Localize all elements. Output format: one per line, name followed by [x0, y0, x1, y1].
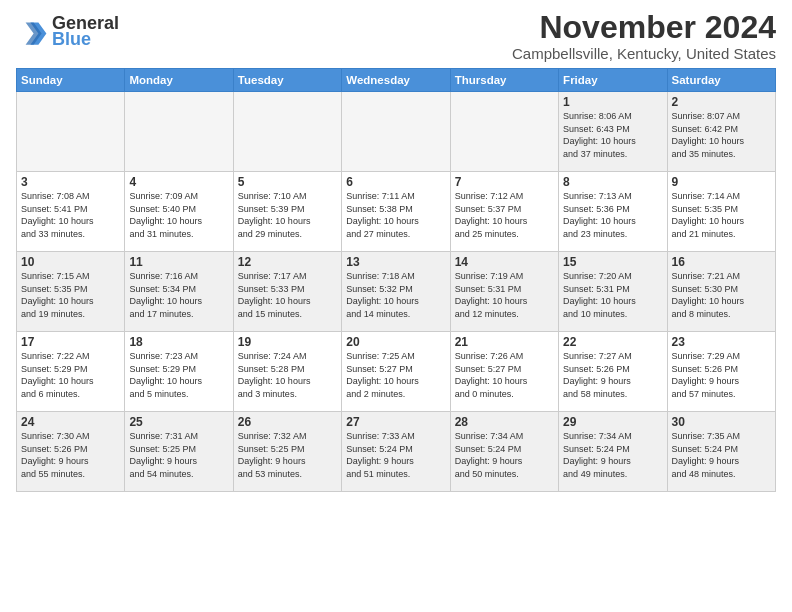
calendar-cell: 26Sunrise: 7:32 AM Sunset: 5:25 PM Dayli…	[233, 412, 341, 492]
day-number: 21	[455, 335, 554, 349]
day-number: 19	[238, 335, 337, 349]
calendar-cell: 19Sunrise: 7:24 AM Sunset: 5:28 PM Dayli…	[233, 332, 341, 412]
day-info: Sunrise: 7:34 AM Sunset: 5:24 PM Dayligh…	[455, 430, 554, 480]
day-number: 14	[455, 255, 554, 269]
calendar-cell: 10Sunrise: 7:15 AM Sunset: 5:35 PM Dayli…	[17, 252, 125, 332]
day-info: Sunrise: 8:07 AM Sunset: 6:42 PM Dayligh…	[672, 110, 771, 160]
day-info: Sunrise: 7:15 AM Sunset: 5:35 PM Dayligh…	[21, 270, 120, 320]
calendar-week-row: 1Sunrise: 8:06 AM Sunset: 6:43 PM Daylig…	[17, 92, 776, 172]
day-number: 26	[238, 415, 337, 429]
day-number: 17	[21, 335, 120, 349]
day-number: 10	[21, 255, 120, 269]
calendar-cell: 17Sunrise: 7:22 AM Sunset: 5:29 PM Dayli…	[17, 332, 125, 412]
day-info: Sunrise: 7:10 AM Sunset: 5:39 PM Dayligh…	[238, 190, 337, 240]
calendar-cell	[342, 92, 450, 172]
calendar-cell: 30Sunrise: 7:35 AM Sunset: 5:24 PM Dayli…	[667, 412, 775, 492]
col-header-wednesday: Wednesday	[342, 69, 450, 92]
day-number: 4	[129, 175, 228, 189]
title-block: November 2024 Campbellsville, Kentucky, …	[512, 10, 776, 62]
header: General Blue November 2024 Campbellsvill…	[16, 10, 776, 62]
day-number: 11	[129, 255, 228, 269]
day-info: Sunrise: 7:25 AM Sunset: 5:27 PM Dayligh…	[346, 350, 445, 400]
calendar-cell: 8Sunrise: 7:13 AM Sunset: 5:36 PM Daylig…	[559, 172, 667, 252]
day-info: Sunrise: 7:11 AM Sunset: 5:38 PM Dayligh…	[346, 190, 445, 240]
calendar-cell: 7Sunrise: 7:12 AM Sunset: 5:37 PM Daylig…	[450, 172, 558, 252]
page: General Blue November 2024 Campbellsvill…	[0, 0, 792, 502]
day-info: Sunrise: 7:30 AM Sunset: 5:26 PM Dayligh…	[21, 430, 120, 480]
calendar-header-row: SundayMondayTuesdayWednesdayThursdayFrid…	[17, 69, 776, 92]
calendar-cell	[450, 92, 558, 172]
day-info: Sunrise: 7:23 AM Sunset: 5:29 PM Dayligh…	[129, 350, 228, 400]
calendar-cell: 27Sunrise: 7:33 AM Sunset: 5:24 PM Dayli…	[342, 412, 450, 492]
calendar-week-row: 17Sunrise: 7:22 AM Sunset: 5:29 PM Dayli…	[17, 332, 776, 412]
day-info: Sunrise: 7:19 AM Sunset: 5:31 PM Dayligh…	[455, 270, 554, 320]
calendar-cell: 4Sunrise: 7:09 AM Sunset: 5:40 PM Daylig…	[125, 172, 233, 252]
calendar-cell: 1Sunrise: 8:06 AM Sunset: 6:43 PM Daylig…	[559, 92, 667, 172]
calendar-cell: 6Sunrise: 7:11 AM Sunset: 5:38 PM Daylig…	[342, 172, 450, 252]
calendar-cell	[233, 92, 341, 172]
calendar-table: SundayMondayTuesdayWednesdayThursdayFrid…	[16, 68, 776, 492]
col-header-saturday: Saturday	[667, 69, 775, 92]
day-number: 12	[238, 255, 337, 269]
day-number: 29	[563, 415, 662, 429]
day-info: Sunrise: 7:14 AM Sunset: 5:35 PM Dayligh…	[672, 190, 771, 240]
day-info: Sunrise: 7:17 AM Sunset: 5:33 PM Dayligh…	[238, 270, 337, 320]
calendar-cell: 28Sunrise: 7:34 AM Sunset: 5:24 PM Dayli…	[450, 412, 558, 492]
col-header-monday: Monday	[125, 69, 233, 92]
calendar-cell: 13Sunrise: 7:18 AM Sunset: 5:32 PM Dayli…	[342, 252, 450, 332]
calendar-cell: 18Sunrise: 7:23 AM Sunset: 5:29 PM Dayli…	[125, 332, 233, 412]
day-info: Sunrise: 7:27 AM Sunset: 5:26 PM Dayligh…	[563, 350, 662, 400]
calendar-week-row: 3Sunrise: 7:08 AM Sunset: 5:41 PM Daylig…	[17, 172, 776, 252]
day-number: 3	[21, 175, 120, 189]
day-info: Sunrise: 7:22 AM Sunset: 5:29 PM Dayligh…	[21, 350, 120, 400]
day-number: 30	[672, 415, 771, 429]
day-number: 5	[238, 175, 337, 189]
day-number: 28	[455, 415, 554, 429]
day-number: 24	[21, 415, 120, 429]
calendar-cell: 9Sunrise: 7:14 AM Sunset: 5:35 PM Daylig…	[667, 172, 775, 252]
day-info: Sunrise: 7:29 AM Sunset: 5:26 PM Dayligh…	[672, 350, 771, 400]
day-number: 2	[672, 95, 771, 109]
day-info: Sunrise: 7:34 AM Sunset: 5:24 PM Dayligh…	[563, 430, 662, 480]
day-number: 8	[563, 175, 662, 189]
calendar-cell	[17, 92, 125, 172]
col-header-sunday: Sunday	[17, 69, 125, 92]
day-info: Sunrise: 7:13 AM Sunset: 5:36 PM Dayligh…	[563, 190, 662, 240]
day-number: 7	[455, 175, 554, 189]
calendar-cell: 20Sunrise: 7:25 AM Sunset: 5:27 PM Dayli…	[342, 332, 450, 412]
location-title: Campbellsville, Kentucky, United States	[512, 45, 776, 62]
logo-text: General Blue	[52, 14, 119, 50]
day-info: Sunrise: 8:06 AM Sunset: 6:43 PM Dayligh…	[563, 110, 662, 160]
day-number: 9	[672, 175, 771, 189]
day-number: 23	[672, 335, 771, 349]
day-number: 20	[346, 335, 445, 349]
day-info: Sunrise: 7:26 AM Sunset: 5:27 PM Dayligh…	[455, 350, 554, 400]
day-info: Sunrise: 7:31 AM Sunset: 5:25 PM Dayligh…	[129, 430, 228, 480]
day-info: Sunrise: 7:32 AM Sunset: 5:25 PM Dayligh…	[238, 430, 337, 480]
day-number: 13	[346, 255, 445, 269]
calendar-cell: 11Sunrise: 7:16 AM Sunset: 5:34 PM Dayli…	[125, 252, 233, 332]
calendar-cell: 24Sunrise: 7:30 AM Sunset: 5:26 PM Dayli…	[17, 412, 125, 492]
calendar-week-row: 10Sunrise: 7:15 AM Sunset: 5:35 PM Dayli…	[17, 252, 776, 332]
calendar-cell	[125, 92, 233, 172]
calendar-cell: 12Sunrise: 7:17 AM Sunset: 5:33 PM Dayli…	[233, 252, 341, 332]
day-info: Sunrise: 7:20 AM Sunset: 5:31 PM Dayligh…	[563, 270, 662, 320]
day-info: Sunrise: 7:18 AM Sunset: 5:32 PM Dayligh…	[346, 270, 445, 320]
calendar-cell: 5Sunrise: 7:10 AM Sunset: 5:39 PM Daylig…	[233, 172, 341, 252]
calendar-cell: 23Sunrise: 7:29 AM Sunset: 5:26 PM Dayli…	[667, 332, 775, 412]
day-info: Sunrise: 7:12 AM Sunset: 5:37 PM Dayligh…	[455, 190, 554, 240]
day-number: 22	[563, 335, 662, 349]
calendar-week-row: 24Sunrise: 7:30 AM Sunset: 5:26 PM Dayli…	[17, 412, 776, 492]
calendar-cell: 15Sunrise: 7:20 AM Sunset: 5:31 PM Dayli…	[559, 252, 667, 332]
calendar-cell: 16Sunrise: 7:21 AM Sunset: 5:30 PM Dayli…	[667, 252, 775, 332]
calendar-cell: 25Sunrise: 7:31 AM Sunset: 5:25 PM Dayli…	[125, 412, 233, 492]
day-info: Sunrise: 7:21 AM Sunset: 5:30 PM Dayligh…	[672, 270, 771, 320]
day-number: 15	[563, 255, 662, 269]
logo: General Blue	[16, 14, 119, 50]
day-info: Sunrise: 7:24 AM Sunset: 5:28 PM Dayligh…	[238, 350, 337, 400]
day-info: Sunrise: 7:33 AM Sunset: 5:24 PM Dayligh…	[346, 430, 445, 480]
col-header-friday: Friday	[559, 69, 667, 92]
col-header-thursday: Thursday	[450, 69, 558, 92]
day-number: 16	[672, 255, 771, 269]
month-title: November 2024	[512, 10, 776, 45]
